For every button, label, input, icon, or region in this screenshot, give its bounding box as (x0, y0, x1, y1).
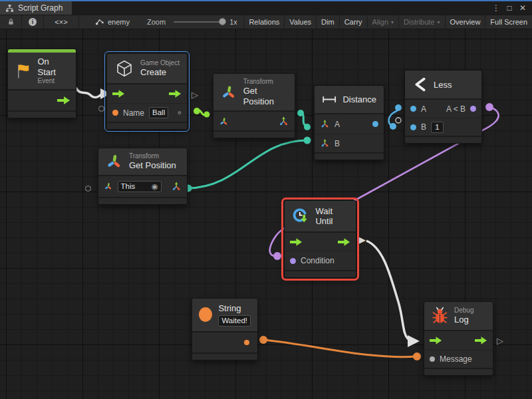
close-icon[interactable]: ✕ (517, 3, 528, 13)
wire-getposition-a-distance-a[interactable] (297, 110, 311, 130)
node-footer (285, 270, 356, 277)
code-preview-button[interactable]: <×> (44, 15, 79, 29)
node-header: Transform Get Position (98, 148, 187, 175)
node-title: Distance (342, 94, 376, 104)
name-input-port[interactable] (112, 110, 118, 116)
b-value-field[interactable]: 1 (431, 122, 444, 133)
less-input-port-b[interactable] (410, 124, 416, 130)
string-output-port[interactable] (244, 340, 249, 345)
zoom-slider-handle[interactable] (219, 18, 226, 25)
node-footer (315, 152, 384, 160)
flow-in-port[interactable] (112, 90, 125, 98)
node-wait-until[interactable]: Wait Until Condition (284, 200, 356, 278)
node-category: Debug (454, 307, 473, 315)
toolbar: i <×> enemy Zoom 1x Relations Values Dim… (0, 15, 532, 29)
target-object-field[interactable]: This ◉ (118, 181, 162, 192)
maximize-icon[interactable]: □ (504, 3, 515, 13)
node-header: Distance (315, 86, 384, 113)
node-footer (213, 130, 295, 138)
node-distance[interactable]: Distance A B (314, 85, 384, 160)
flow-continue-hollow-triangle: ▷ (497, 336, 503, 345)
wire-distance-less-a[interactable] (389, 104, 402, 130)
condition-label: Condition (301, 256, 334, 265)
zoom-slider[interactable] (174, 21, 223, 23)
node-footer (8, 110, 76, 118)
condition-input-port[interactable] (290, 258, 296, 264)
lock-icon (7, 18, 15, 26)
node-gameobject-create[interactable]: Game Object Create Name Ball (106, 53, 188, 130)
flow-continue-hollow-triangle: ▷ (192, 90, 198, 99)
values-button[interactable]: Values (285, 15, 317, 29)
code-icon: <×> (55, 18, 67, 26)
node-header: String Waited! (192, 299, 257, 331)
zoom-value: 1x (229, 18, 237, 26)
vector3-input-port-a[interactable] (320, 119, 330, 129)
vector3-input-port-b[interactable] (320, 138, 330, 148)
wire-create-getposition[interactable] (194, 108, 210, 118)
dim-button[interactable]: Dim (317, 15, 340, 29)
wire-crossing-ring (396, 118, 401, 123)
flow-continue-filled-triangle: ▶ (359, 235, 366, 244)
relations-button[interactable]: Relations (244, 15, 285, 29)
tab-script-graph[interactable]: Script Graph (0, 1, 72, 15)
port-label-b: B (421, 122, 426, 132)
relation-ring-create-name (98, 106, 104, 112)
node-header: Debug Log (424, 302, 493, 330)
name-value-field[interactable]: Ball (149, 107, 168, 118)
node-get-position-a[interactable]: Transform Get Position (213, 73, 295, 138)
result-label: A < B (446, 104, 466, 114)
node-header: Transform Get Position (213, 74, 295, 110)
flow-out-port[interactable] (57, 96, 70, 104)
fullscreen-button[interactable]: Full Screen (485, 15, 532, 29)
window-controls: ⋮ □ ✕ (491, 1, 532, 15)
chevron-down-icon: ▾ (438, 19, 440, 25)
node-title: Wait Until (315, 206, 349, 226)
vector3-output-port[interactable] (171, 181, 182, 192)
node-header: On Start Event (8, 53, 76, 89)
node-subtitle: Event (38, 77, 70, 85)
distribute-dropdown[interactable]: Distribute▾ (399, 15, 445, 29)
graph-breadcrumb[interactable]: enemy (95, 15, 130, 29)
message-input-port[interactable] (430, 356, 435, 362)
flow-in-port[interactable] (290, 238, 303, 246)
vector3-output-port[interactable] (278, 116, 289, 127)
string-icon (199, 307, 212, 322)
node-string[interactable]: String Waited! (192, 298, 258, 360)
less-output-port[interactable] (470, 106, 476, 112)
transform-input-port[interactable] (104, 182, 113, 191)
less-input-port-a[interactable] (410, 106, 416, 112)
flow-out-port[interactable] (169, 90, 182, 98)
object-picker-icon[interactable]: ◉ (152, 182, 158, 191)
wire-string-log-message[interactable] (259, 336, 421, 360)
transform-icon (220, 83, 237, 101)
node-footer (405, 136, 481, 143)
less-than-icon (413, 77, 428, 92)
node-footer (192, 352, 257, 360)
lock-button[interactable] (0, 15, 22, 29)
window-menu-icon[interactable]: ⋮ (491, 3, 501, 13)
carry-button[interactable]: Carry (340, 15, 368, 29)
flow-out-port[interactable] (475, 336, 487, 344)
node-less[interactable]: Less A A < B B 1 (404, 70, 482, 144)
transform-input-port[interactable] (219, 116, 229, 126)
node-get-position-b[interactable]: Transform Get Position This ◉ (98, 148, 188, 205)
graph-hierarchy-icon (5, 4, 14, 13)
graph-canvas[interactable]: On Start Event Game Object Create (0, 29, 532, 399)
wire-getposition-b-distance-b[interactable] (185, 137, 311, 192)
relation-ring-getposition-target (85, 186, 91, 192)
wire-flow-waituntil-log[interactable] (366, 241, 420, 347)
overview-button[interactable]: Overview (446, 15, 486, 29)
flow-out-port[interactable] (338, 238, 350, 246)
inspect-button[interactable]: i (22, 15, 44, 29)
align-dropdown[interactable]: Align▾ (368, 15, 399, 29)
node-on-start-event[interactable]: On Start Event (7, 49, 76, 118)
string-value-field[interactable]: Waited! (218, 315, 251, 327)
distance-output-port[interactable] (372, 121, 378, 127)
node-footer (107, 122, 187, 129)
window-focus-accent (0, 0, 532, 1)
gameobject-output-port[interactable] (178, 108, 182, 118)
flow-in-port[interactable] (430, 336, 442, 344)
transform-icon (105, 152, 123, 170)
port-label-b: B (334, 139, 340, 148)
node-debug-log[interactable]: Debug Log Message (424, 301, 493, 376)
